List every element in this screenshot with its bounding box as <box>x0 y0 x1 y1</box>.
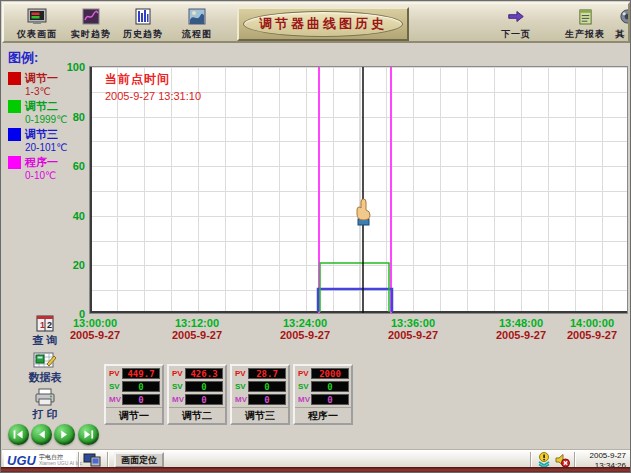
realtime-trend-icon <box>81 8 101 25</box>
pv-value: 449.7 <box>122 368 160 379</box>
x-tick-date: 2005-9-27 <box>269 329 341 341</box>
y-tick-label: 80 <box>59 111 85 123</box>
sv-label: SV <box>235 382 246 391</box>
pv-label: PV <box>172 369 183 378</box>
query-calendar-icon: 12 <box>35 315 55 332</box>
instrument-screen-icon <box>27 8 47 25</box>
mv-value: 0 <box>122 394 160 405</box>
x-tick-time: 13:00:00 <box>59 317 131 329</box>
toolbar-button-label: 历史趋势 <box>123 28 163 41</box>
x-tick-date: 2005-9-27 <box>377 329 449 341</box>
flowchart-icon <box>187 8 207 25</box>
pv-value: 28.7 <box>248 368 286 379</box>
toolbar-button-label: 下一页 <box>501 28 531 41</box>
value-panel-regulator1: PV449.7 SV0 MV0 调节一 <box>104 364 164 425</box>
trend-plot-area[interactable]: 当前点时间 2005-9-27 13:31:10 <box>89 66 628 314</box>
x-tick-time: 14:00:00 <box>556 317 628 329</box>
alarm-status-icon[interactable] <box>536 452 552 468</box>
y-tick-label: 20 <box>59 259 85 271</box>
toolbar-button-label: 实时趋势 <box>71 28 111 41</box>
toolbar-button-other[interactable]: 其 他 <box>604 8 630 42</box>
nav-last-button[interactable] <box>78 424 99 445</box>
toolbar-button-label: 其 他 <box>615 28 630 41</box>
y-tick-label: 40 <box>59 210 85 222</box>
x-tick-time: 13:48:00 <box>485 317 557 329</box>
cursor-info-time: 2005-9-27 13:31:10 <box>105 90 201 102</box>
toolbar-button-history-trend[interactable]: 历史趋势 <box>116 8 170 42</box>
value-panel-program1: PV2000 SV0 MV0 程序一 <box>293 364 353 425</box>
legend-series-name: 调节二 <box>25 99 58 114</box>
mv-value: 0 <box>185 394 223 405</box>
y-tick-label: 100 <box>59 61 85 73</box>
history-trend-icon <box>133 8 153 25</box>
statusbar-separator <box>530 452 532 468</box>
query-tool-button[interactable]: 12 查 询 <box>23 315 67 348</box>
panel-name: 调节一 <box>106 407 162 423</box>
hand-cursor-icon[interactable] <box>357 199 370 225</box>
screen-locate-button[interactable]: 画面定位 <box>114 452 164 468</box>
status-bar: UGU 宇电自控 Xiamen UGU AI Inc 画面定位 2005-9-2… <box>2 449 630 469</box>
x-tick-date: 2005-9-27 <box>161 329 233 341</box>
print-tool-button[interactable]: 打 印 <box>23 388 67 422</box>
y-tick-label: 60 <box>59 160 85 172</box>
page-title: 调节器曲线图历史 <box>259 15 387 33</box>
regulator2-curve <box>320 263 389 312</box>
desktop-edge-strip <box>1 467 630 472</box>
panel-name: 调节二 <box>169 407 225 423</box>
sv-label: SV <box>298 382 309 391</box>
printer-icon <box>34 388 56 406</box>
legend-series-range: 1-3℃ <box>25 86 90 97</box>
mv-value: 0 <box>248 394 286 405</box>
x-tick-time: 13:12:00 <box>161 317 233 329</box>
company-name-en: Xiamen UGU AI Inc <box>39 461 82 467</box>
x-tick-date: 2005-9-27 <box>485 329 557 341</box>
pv-label: PV <box>298 369 309 378</box>
toolbar-button-instrument-screen[interactable]: 仪表画面 <box>10 8 64 42</box>
hmi-screen: 仪表画面 实时趋势 历史趋势 流程图 调节器曲线图历史 下一页 生产报表 <box>0 0 631 473</box>
tool-label: 打 印 <box>23 407 67 422</box>
nav-next-button[interactable] <box>54 424 75 445</box>
sv-label: SV <box>109 382 120 391</box>
cursor-info: 当前点时间 2005-9-27 13:31:10 <box>105 71 201 102</box>
tool-label: 查 询 <box>23 333 67 348</box>
toolbar-button-realtime-trend[interactable]: 实时趋势 <box>64 8 118 42</box>
panel-name: 程序一 <box>295 407 351 423</box>
x-tick-date: 2005-9-27 <box>59 329 131 341</box>
sv-value: 0 <box>248 381 286 392</box>
next-page-arrow-icon <box>506 8 526 25</box>
pv-label: PV <box>235 369 246 378</box>
other-gear-icon <box>619 8 631 25</box>
sv-label: SV <box>172 382 183 391</box>
pv-value: 2000 <box>311 368 349 379</box>
svg-text:2: 2 <box>47 320 52 330</box>
sv-value: 0 <box>185 381 223 392</box>
legend-swatch-green <box>8 100 21 113</box>
sound-muted-icon[interactable] <box>554 452 570 468</box>
computer-icon <box>82 452 102 468</box>
sv-value: 0 <box>311 381 349 392</box>
mv-label: MV <box>298 395 309 404</box>
toolbar-button-label: 生产报表 <box>565 28 605 41</box>
legend-item: 调节三 20-101℃ <box>8 127 90 153</box>
page-title-plate: 调节器曲线图历史 <box>237 7 409 41</box>
data-table-icon <box>33 351 57 369</box>
nav-first-button[interactable] <box>8 424 29 445</box>
x-tick-time: 13:36:00 <box>377 317 449 329</box>
value-panel-regulator3: PV28.7 SV0 MV0 调节三 <box>230 364 290 425</box>
value-panel-regulator2: PV426.3 SV0 MV0 调节二 <box>167 364 227 425</box>
toolbar-button-flowchart[interactable]: 流程图 <box>170 8 224 42</box>
toolbar-button-next-page[interactable]: 下一页 <box>489 8 543 42</box>
trend-curves <box>90 67 627 313</box>
report-notepad-icon <box>578 8 593 25</box>
toolbar-button-label: 仪表画面 <box>17 28 57 41</box>
mv-label: MV <box>172 395 183 404</box>
statusbar-separator <box>78 452 80 468</box>
toolbar: 仪表画面 实时趋势 历史趋势 流程图 调节器曲线图历史 下一页 生产报表 <box>2 2 630 43</box>
legend-series-name: 调节三 <box>25 127 58 142</box>
data-table-tool-button[interactable]: 数据表 <box>23 351 67 385</box>
legend-swatch-magenta <box>8 156 21 169</box>
page-title-oval: 调节器曲线图历史 <box>243 11 403 37</box>
nav-previous-button[interactable] <box>31 424 52 445</box>
regulator3-curve <box>318 289 392 312</box>
sv-value: 0 <box>122 381 160 392</box>
